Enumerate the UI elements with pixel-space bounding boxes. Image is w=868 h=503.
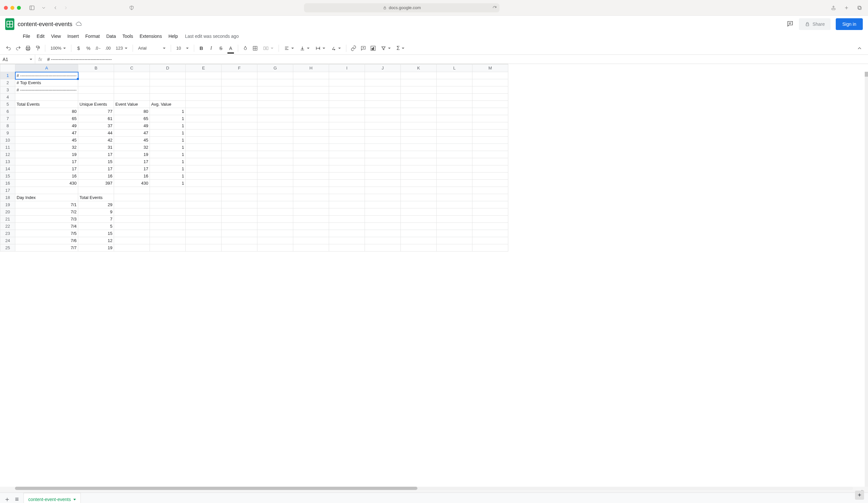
cell-F17[interactable] <box>221 187 257 194</box>
cell-H8[interactable] <box>293 122 329 130</box>
cell-M5[interactable] <box>473 101 508 108</box>
cell-B12[interactable]: 17 <box>78 151 114 158</box>
cell-H2[interactable] <box>293 79 329 87</box>
cell-H16[interactable] <box>293 180 329 187</box>
cell-I2[interactable] <box>329 79 365 87</box>
cell-E23[interactable] <box>186 230 221 237</box>
cell-K3[interactable] <box>401 87 437 94</box>
cell-C17[interactable] <box>114 187 150 194</box>
cell-B6[interactable]: 77 <box>78 108 114 115</box>
cell-J14[interactable] <box>365 165 401 173</box>
minimize-window[interactable] <box>10 6 14 10</box>
refresh-icon[interactable] <box>492 6 497 10</box>
cell-I13[interactable] <box>329 158 365 165</box>
bold-button[interactable]: B <box>197 44 206 53</box>
cell-L1[interactable] <box>437 72 473 79</box>
cell-L7[interactable] <box>437 115 473 122</box>
cell-I19[interactable] <box>329 201 365 209</box>
row-header-19[interactable]: 19 <box>0 201 15 209</box>
row-header-13[interactable]: 13 <box>0 158 15 165</box>
row-header-2[interactable]: 2 <box>0 79 15 87</box>
cell-K10[interactable] <box>401 137 437 144</box>
cell-M24[interactable] <box>473 237 508 244</box>
cell-D11[interactable]: 1 <box>150 144 186 151</box>
cell-C1[interactable] <box>114 72 150 79</box>
cell-F25[interactable] <box>221 244 257 252</box>
cell-L12[interactable] <box>437 151 473 158</box>
cell-E2[interactable] <box>186 79 221 87</box>
cell-E20[interactable] <box>186 209 221 215</box>
cell-F18[interactable] <box>221 194 257 201</box>
borders-button[interactable] <box>250 44 260 53</box>
cell-B13[interactable]: 15 <box>78 158 114 165</box>
cell-H12[interactable] <box>293 151 329 158</box>
cell-D21[interactable] <box>150 215 186 223</box>
cell-K11[interactable] <box>401 144 437 151</box>
formula-input[interactable]: # --------------------------------------… <box>45 57 112 62</box>
cell-F21[interactable] <box>221 215 257 223</box>
cell-I16[interactable] <box>329 180 365 187</box>
select-all-corner[interactable] <box>0 64 15 72</box>
cell-F10[interactable] <box>221 137 257 144</box>
cell-E17[interactable] <box>186 187 221 194</box>
cell-G2[interactable] <box>257 79 293 87</box>
cell-E15[interactable] <box>186 173 221 180</box>
cell-C23[interactable] <box>114 230 150 237</box>
cell-D20[interactable] <box>150 209 186 215</box>
cell-F7[interactable] <box>221 115 257 122</box>
cell-H24[interactable] <box>293 237 329 244</box>
cell-F6[interactable] <box>221 108 257 115</box>
cell-M3[interactable] <box>473 87 508 94</box>
cell-C18[interactable] <box>114 194 150 201</box>
cell-B20[interactable]: 9 <box>78 209 114 215</box>
cell-D1[interactable] <box>150 72 186 79</box>
cell-J21[interactable] <box>365 215 401 223</box>
cell-H3[interactable] <box>293 87 329 94</box>
cell-H7[interactable] <box>293 115 329 122</box>
cell-K21[interactable] <box>401 215 437 223</box>
cell-L24[interactable] <box>437 237 473 244</box>
row-header-6[interactable]: 6 <box>0 108 15 115</box>
cell-C19[interactable] <box>114 201 150 209</box>
row-header-11[interactable]: 11 <box>0 144 15 151</box>
cell-I20[interactable] <box>329 209 365 215</box>
cell-E9[interactable] <box>186 130 221 137</box>
cell-E7[interactable] <box>186 115 221 122</box>
menu-view[interactable]: View <box>49 32 63 40</box>
cell-B22[interactable]: 5 <box>78 223 114 230</box>
cell-G8[interactable] <box>257 122 293 130</box>
insert-link-button[interactable] <box>349 44 358 53</box>
cell-F15[interactable] <box>221 173 257 180</box>
cell-J13[interactable] <box>365 158 401 165</box>
sheet-tab-active[interactable]: content-event-events <box>23 493 81 503</box>
cell-J19[interactable] <box>365 201 401 209</box>
cell-I6[interactable] <box>329 108 365 115</box>
cell-D14[interactable]: 1 <box>150 165 186 173</box>
cell-G22[interactable] <box>257 223 293 230</box>
cell-I5[interactable] <box>329 101 365 108</box>
cell-C15[interactable]: 16 <box>114 173 150 180</box>
functions-button[interactable]: Σ <box>394 46 407 51</box>
cell-E11[interactable] <box>186 144 221 151</box>
cell-K23[interactable] <box>401 230 437 237</box>
cell-D6[interactable]: 1 <box>150 108 186 115</box>
comments-icon[interactable] <box>787 20 794 28</box>
cell-F3[interactable] <box>221 87 257 94</box>
cell-K22[interactable] <box>401 223 437 230</box>
cell-I4[interactable] <box>329 94 365 101</box>
cell-I17[interactable] <box>329 187 365 194</box>
cell-H20[interactable] <box>293 209 329 215</box>
cell-A9[interactable]: 47 <box>15 130 78 137</box>
cell-H10[interactable] <box>293 137 329 144</box>
cell-C24[interactable] <box>114 237 150 244</box>
cell-A2[interactable]: # Top Events <box>15 79 78 87</box>
cell-K20[interactable] <box>401 209 437 215</box>
cell-H19[interactable] <box>293 201 329 209</box>
cell-M14[interactable] <box>473 165 508 173</box>
text-rotation-button[interactable] <box>329 46 343 51</box>
row-header-16[interactable]: 16 <box>0 180 15 187</box>
share-icon[interactable] <box>829 3 838 12</box>
cell-B25[interactable]: 19 <box>78 244 114 252</box>
cell-I9[interactable] <box>329 130 365 137</box>
row-header-24[interactable]: 24 <box>0 237 15 244</box>
